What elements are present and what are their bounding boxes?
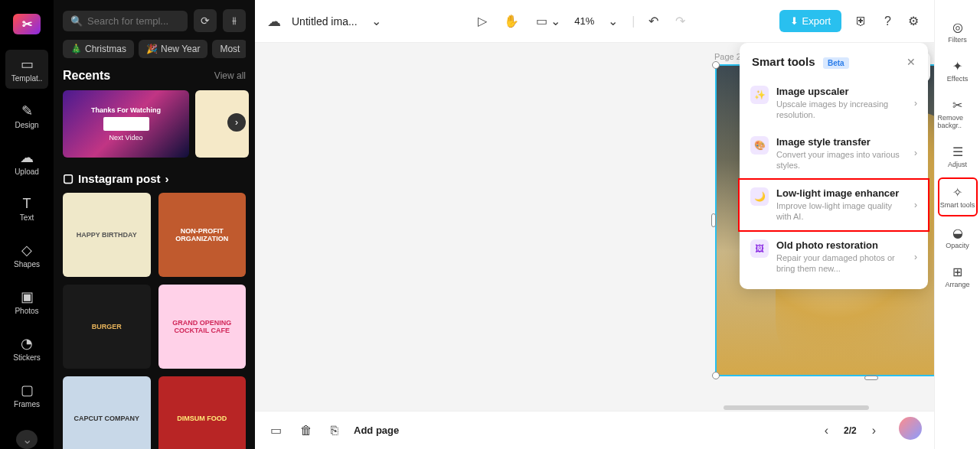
tool-name: Low-light image enhancer [776,187,906,199]
template-card[interactable]: CAPCUT COMPANY [63,376,151,449]
trash-icon[interactable]: 🗑 [297,421,315,441]
template-card[interactable]: HAPPY BIRTHDAY [63,193,151,277]
tag-label: Most [220,44,240,54]
search-input[interactable] [87,15,180,27]
restore-icon: 🖼 [750,239,769,258]
nav-frames[interactable]: ▢ Frames [5,376,48,415]
ai-assistant-button[interactable] [899,417,922,440]
nav-stickers[interactable]: ◔ Stickers [5,329,48,368]
rail-arrange[interactable]: ⊞ Arrange [938,259,978,294]
add-page-button[interactable]: Add page [354,425,399,436]
nav-label: Frames [14,400,40,408]
tool-low-light-enhancer[interactable]: 🌙 Low-light image enhancer Improve low-l… [738,178,929,232]
lowlight-icon: 🌙 [750,187,769,206]
tool-desc: Upscale images by increasing resolution. [776,99,906,121]
stickers-icon: ◔ [21,335,33,352]
tool-image-upscaler[interactable]: ✨ Image upscaler Upscale images by incre… [740,78,928,129]
resize-handle[interactable] [864,376,878,380]
chevron-right-icon: › [165,172,169,185]
tag-most[interactable]: Most [212,40,246,58]
nav-label: Templat.. [11,74,43,83]
rail-filters[interactable]: ◎ Filters [938,14,978,50]
nav-design[interactable]: ✎ Design [5,96,48,135]
nav-photos[interactable]: ▣ Photos [5,282,48,321]
nav-text[interactable]: T Text [5,190,48,228]
layers-icon[interactable]: ▭ [267,420,285,441]
right-tools-rail: ◎ Filters ✦ Effects ✂ Remove backgr.. ☰ … [934,0,980,449]
tag-christmas[interactable]: 🎄Christmas [63,40,134,58]
tree-icon: 🎄 [70,44,82,54]
popover-title: Smart tools [752,55,815,68]
template-card[interactable]: DIMSUM FOOD [158,376,247,449]
nav-more[interactable]: ⌄ [16,430,38,449]
chevron-down-icon[interactable]: ⌄ [605,11,621,31]
resize-icon[interactable]: ▭ ⌄ [533,11,564,31]
redo-icon[interactable]: ↷ [672,11,688,31]
frames-icon: ▢ [21,382,34,399]
chevron-down-icon[interactable]: ⌄ [368,11,384,31]
rail-effects[interactable]: ✦ Effects [938,53,978,89]
nav-label: Shapes [14,260,40,268]
tool-style-transfer[interactable]: 🎨 Image style transfer Convert your imag… [740,129,928,179]
rail-adjust[interactable]: ☰ Adjust [938,138,978,174]
filters-icon: ◎ [952,20,963,34]
scroll-right-button[interactable]: › [227,113,246,132]
templates-panel: 🔍 ⟳ ⫵ 🎄Christmas 🎉New Year Most Recents … [54,0,255,449]
recent-card[interactable]: Thanks For Watching Next Video [63,90,189,158]
nav-shapes[interactable]: ◇ Shapes [5,236,48,275]
close-icon[interactable]: ✕ [906,56,916,68]
resize-handle[interactable] [712,61,720,69]
bottom-bar: ▭ 🗑 ⎘ Add page ‹ 2/2 › [255,411,934,449]
horizontal-scrollbar[interactable] [724,405,869,410]
rail-smart-tools[interactable]: ✧ Smart tools [938,177,978,216]
document-title[interactable]: Untitled ima... [292,15,358,28]
help-icon[interactable]: ? [881,11,894,31]
export-button[interactable]: ⬇ Export [779,10,842,32]
chevron-right-icon: › [914,98,917,109]
nav-templates[interactable]: ▭ Templat.. [5,50,48,89]
rail-label: Smart tools [940,201,975,209]
canvas-area[interactable]: Page 2 ⧉ ⇵ ⎘ ⋯ Smart tools Beta ✕ [255,43,934,411]
crop-button[interactable]: ⟳ [194,9,217,32]
template-card[interactable]: BURGER [63,285,151,369]
pointer-icon[interactable]: ▷ [475,11,490,31]
gear-icon[interactable]: ⚙ [905,11,922,31]
nav-label: Stickers [13,353,41,362]
smart-tools-icon: ✧ [952,185,962,200]
template-card[interactable]: GRAND OPENING COCKTAIL CAFE [158,285,247,369]
prev-page-icon[interactable]: ‹ [822,421,831,441]
export-icon: ⬇ [790,15,799,27]
resize-handle[interactable] [712,372,720,379]
tag-newyear[interactable]: 🎉New Year [139,40,207,58]
rail-remove-bg[interactable]: ✂ Remove backgr.. [938,92,978,135]
search-input-wrap[interactable]: 🔍 [63,11,188,31]
resize-handle[interactable] [711,213,716,227]
tag-row: 🎄Christmas 🎉New Year Most [63,40,246,58]
tool-name: Image upscaler [776,86,906,97]
app-logo[interactable]: ✂ [13,14,41,34]
beta-badge: Beta [823,57,849,69]
nav-upload[interactable]: ☁ Upload [5,143,48,182]
template-card[interactable]: NON-PROFIT ORGANIZATION [158,193,247,277]
section-instagram[interactable]: ▢ Instagram post › [63,171,246,185]
shield-icon[interactable]: ⛨ [852,11,871,31]
view-all-link[interactable]: View all [214,70,246,81]
cloud-icon[interactable]: ☁ [267,13,281,30]
tool-old-photo-restoration[interactable]: 🖼 Old photo restoration Repair your dama… [740,232,928,282]
tool-desc: Repair your damaged photos or bring them… [776,252,906,275]
zoom-level[interactable]: 41% [574,15,594,27]
party-icon: 🎉 [146,44,158,54]
tag-label: Christmas [85,44,126,54]
filter-button[interactable]: ⫵ [223,9,246,32]
next-page-icon[interactable]: › [869,421,879,441]
rail-label: Remove backgr.. [938,114,978,129]
recent-card-line: Next Video [109,134,143,142]
rail-opacity[interactable]: ◒ Opacity [938,220,978,255]
add-page-icon[interactable]: ⎘ [328,421,341,441]
tag-label: New Year [161,44,200,54]
nav-label: Upload [15,168,39,176]
hand-icon[interactable]: ✋ [501,11,522,31]
rail-label: Opacity [946,242,969,249]
chevron-right-icon: › [914,252,917,262]
undo-icon[interactable]: ↶ [645,11,662,31]
